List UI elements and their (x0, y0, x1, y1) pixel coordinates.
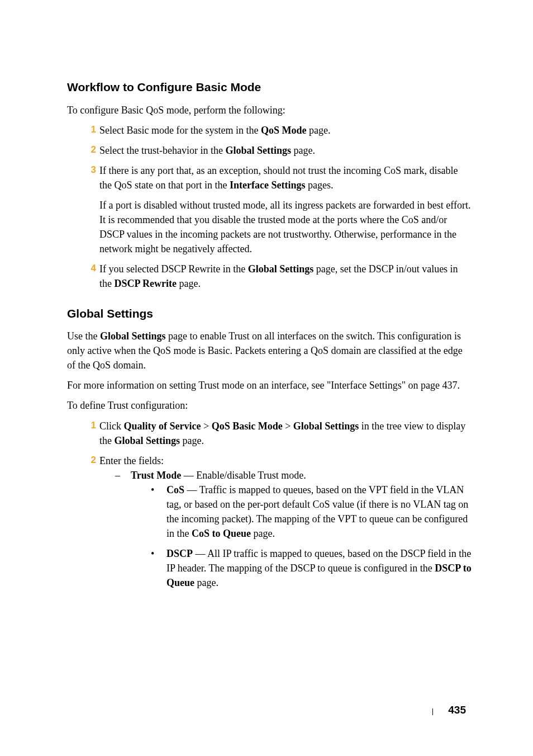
item-bold: Quality of Service (124, 420, 201, 432)
section2-heading: Global Settings (67, 305, 472, 323)
section2-para2: For more information on setting Trust mo… (67, 378, 472, 393)
footer-separator: | (432, 707, 434, 715)
section2-para1: Use the Global Settings page to enable T… (67, 329, 472, 372)
item-text: > (283, 420, 293, 432)
dash-text: — Enable/disable Trust mode. (181, 470, 306, 481)
bullet-bold: DSCP (166, 548, 193, 559)
para-text: Use the (67, 330, 100, 342)
bullet-list: CoS — Traffic is mapped to queues, based… (151, 483, 472, 590)
page-footer: | 435 (432, 702, 466, 719)
item-bold: Global Settings (225, 145, 291, 156)
list-item: 3 If there is any port that, as an excep… (83, 163, 472, 257)
item-bold: Global Settings (115, 435, 180, 446)
item-number: 4 (83, 262, 96, 276)
list-item: 2 Select the trust-behavior in the Globa… (83, 143, 472, 158)
item-text: pages. (305, 179, 333, 191)
bullet-text: — All IP traffic is mapped to queues, ba… (166, 548, 471, 574)
section2-para3: To define Trust configuration: (67, 398, 472, 413)
item-bold: QoS Mode (261, 125, 307, 136)
page-number: 435 (448, 704, 466, 716)
item-sub-paragraph: If a port is disabled without trusted mo… (99, 198, 472, 256)
item-number: 1 (83, 419, 96, 433)
item-text: Click (99, 420, 124, 432)
para-bold: Global Settings (100, 330, 166, 342)
list-item: 4 If you selected DSCP Rewrite in the Gl… (83, 262, 472, 291)
item-number: 3 (83, 163, 96, 177)
bullet-item: DSCP — All IP traffic is mapped to queue… (151, 546, 472, 590)
item-bold: Interface Settings (230, 179, 305, 191)
dash-item: Trust Mode — Enable/disable Trust mode. … (115, 468, 472, 590)
list-item: 1 Click Quality of Service > QoS Basic M… (83, 419, 472, 448)
bullet-bold-end: CoS to Queue (192, 528, 251, 539)
item-number: 1 (83, 123, 96, 137)
item-text: > (201, 420, 211, 432)
item-text: page. (180, 435, 204, 446)
item-number: 2 (83, 453, 96, 467)
section2-list: 1 Click Quality of Service > QoS Basic M… (83, 419, 472, 590)
bullet-bold: CoS (166, 484, 184, 495)
bullet-text: page. (194, 577, 218, 588)
dash-bold: Trust Mode (131, 470, 181, 481)
list-item: 1 Select Basic mode for the system in th… (83, 123, 472, 138)
list-item: 2 Enter the fields: Trust Mode — Enable/… (83, 453, 472, 590)
item-text: page. (177, 278, 201, 289)
section1-heading: Workflow to Configure Basic Mode (67, 78, 472, 96)
item-text: page. (306, 125, 330, 136)
item-bold: DSCP Rewrite (115, 278, 177, 289)
item-text: Select Basic mode for the system in the (99, 125, 261, 136)
item-text: Select the trust-behavior in the (99, 145, 225, 156)
item-text: If you selected DSCP Rewrite in the (99, 263, 248, 275)
bullet-text: page. (251, 528, 275, 539)
item-text: page. (291, 145, 315, 156)
item-bold: Global Settings (293, 420, 359, 432)
item-text: Enter the fields: (99, 455, 164, 466)
section1-list: 1 Select Basic mode for the system in th… (83, 123, 472, 291)
dash-list: Trust Mode — Enable/disable Trust mode. … (115, 468, 472, 590)
item-number: 2 (83, 143, 96, 157)
bullet-item: CoS — Traffic is mapped to queues, based… (151, 483, 472, 541)
section1-intro: To configure Basic QoS mode, perform the… (67, 103, 472, 117)
item-bold: Global Settings (248, 263, 314, 275)
item-bold: QoS Basic Mode (212, 420, 283, 432)
